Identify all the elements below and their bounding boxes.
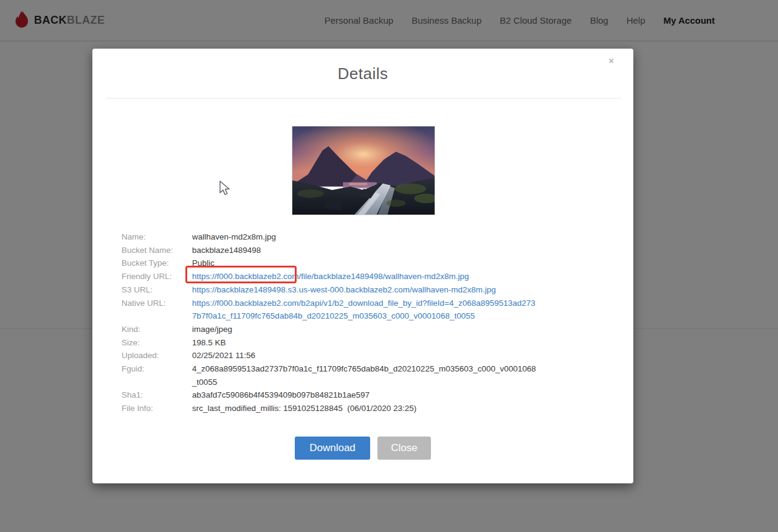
detail-link[interactable]: https://backblaze1489498.s3.us-west-000.… [192, 285, 496, 294]
detail-value: https://f000.backblazeb2.com/b2api/v1/b2… [192, 297, 540, 323]
detail-row: Sha1:ab3afd7c59086b4f4539409b097b84821b1… [122, 389, 608, 402]
detail-row: Uploaded:02/25/2021 11:56 [122, 349, 608, 362]
download-button[interactable]: Download [295, 437, 370, 460]
detail-row: Fguid:4_z068a8959513ad2737b7f0a1c_f11709… [122, 362, 608, 389]
detail-value: backblaze1489498 [192, 244, 261, 257]
detail-link[interactable]: https://f000.backblazeb2.com/b2api/v1/b2… [192, 299, 535, 321]
title-divider [106, 98, 621, 98]
detail-row: Size:198.5 KB [122, 336, 608, 350]
detail-label: Bucket Name: [122, 244, 192, 257]
detail-label: Native URL: [122, 297, 192, 323]
detail-label: S3 URL: [122, 283, 192, 297]
detail-label: Friendly URL: [122, 270, 192, 283]
detail-value: https://f000.backblazeb2.com/file/backbl… [192, 270, 469, 283]
detail-label: Fguid: [122, 362, 192, 389]
detail-row: Name:wallhaven-md2x8m.jpg [122, 230, 608, 244]
detail-value: Public [192, 257, 215, 270]
detail-row: S3 URL:https://backblaze1489498.s3.us-we… [122, 283, 608, 297]
detail-label: Kind: [122, 323, 192, 336]
detail-link[interactable]: https://f000.backblazeb2.com/file/backbl… [192, 272, 469, 281]
file-thumbnail [292, 126, 435, 215]
modal-actions: Download Close [92, 437, 633, 460]
detail-value: 02/25/2021 11:56 [192, 349, 255, 362]
file-details-modal: × Details [92, 49, 633, 483]
detail-value: src_last_modified_millis: 1591025128845 … [192, 402, 416, 415]
file-details-list: Name:wallhaven-md2x8m.jpgBucket Name:bac… [122, 230, 608, 415]
detail-value: image/jpeg [192, 323, 232, 336]
detail-row: Bucket Type:Public [122, 257, 608, 270]
detail-value: 198.5 KB [192, 336, 226, 350]
mouse-cursor [218, 180, 231, 199]
detail-value: ab3afd7c59086b4f4539409b097b84821b1ae597 [192, 389, 370, 402]
detail-value: 4_z068a8959513ad2737b7f0a1c_f11709fc765d… [192, 362, 540, 389]
detail-label: Bucket Type: [122, 257, 192, 270]
detail-label: Uploaded: [122, 349, 192, 362]
detail-label: File Info: [122, 402, 192, 415]
detail-row: Bucket Name:backblaze1489498 [122, 244, 608, 257]
detail-label: Sha1: [122, 389, 192, 402]
detail-value: https://backblaze1489498.s3.us-west-000.… [192, 283, 496, 297]
detail-label: Size: [122, 336, 192, 350]
detail-label: Name: [122, 230, 192, 244]
detail-row: Friendly URL:https://f000.backblazeb2.co… [122, 270, 608, 283]
detail-row: File Info:src_last_modified_millis: 1591… [122, 402, 608, 415]
detail-row: Native URL:https://f000.backblazeb2.com/… [122, 297, 608, 323]
detail-row: Kind:image/jpeg [122, 323, 608, 336]
detail-value: wallhaven-md2x8m.jpg [192, 230, 276, 244]
close-button[interactable]: Close [377, 437, 431, 460]
modal-title: Details [92, 64, 633, 83]
close-icon[interactable]: × [608, 56, 614, 65]
